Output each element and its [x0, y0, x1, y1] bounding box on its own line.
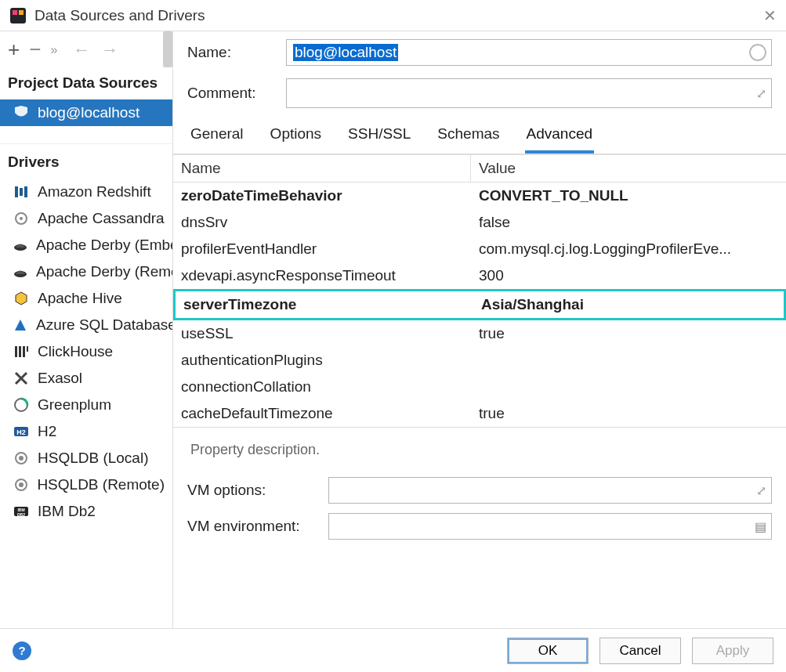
column-header-value[interactable]: Value [471, 155, 786, 182]
tab-sshssl[interactable]: SSH/SSL [346, 121, 412, 154]
name-input[interactable]: blog@localhost [286, 39, 772, 66]
close-icon[interactable]: ✕ [763, 6, 777, 25]
driver-item[interactable]: HSQLDB (Local) [0, 445, 172, 471]
datasource-item[interactable]: blog@localhost [0, 99, 172, 126]
cassandra-icon [13, 210, 30, 227]
property-name: profilerEventHandler [173, 236, 471, 262]
driver-item[interactable]: Amazon Redshift [0, 179, 172, 205]
driver-item[interactable]: IBMDB2IBM Db2 [0, 498, 172, 525]
property-name: dnsSrv [173, 209, 471, 236]
driver-label: Apache Derby (Embedded) [36, 237, 172, 254]
driver-label: H2 [38, 423, 56, 440]
property-value[interactable]: false [471, 209, 786, 236]
driver-item[interactable]: ClickHouse [0, 338, 172, 365]
expand-icon[interactable]: ⤢ [756, 86, 766, 101]
property-row[interactable]: xdevapi.asyncResponseTimeout300 [173, 262, 786, 289]
azure-icon [13, 316, 28, 334]
svg-rect-10 [15, 346, 17, 357]
add-icon[interactable]: + [8, 38, 20, 62]
apply-button[interactable]: Apply [692, 638, 773, 664]
vm-options-field[interactable] [335, 482, 756, 499]
comment-label: Comment: [187, 85, 273, 102]
property-row[interactable]: dnsSrvfalse [173, 209, 786, 236]
comment-input[interactable]: ⤢ [286, 78, 772, 108]
property-value[interactable] [471, 374, 786, 400]
driver-label: HSQLDB (Remote) [37, 476, 165, 493]
ok-button[interactable]: OK [507, 638, 589, 664]
tab-options[interactable]: Options [269, 121, 323, 154]
driver-item[interactable]: Greenplum [0, 392, 172, 418]
driver-label: Greenplum [38, 396, 111, 414]
driver-item[interactable]: Apache Cassandra [0, 205, 172, 232]
driver-label: Amazon Redshift [38, 183, 151, 201]
vm-env-label: VM environment: [187, 518, 321, 535]
mysql-icon [13, 104, 30, 121]
driver-item[interactable]: HSQLDB (Remote) [0, 471, 172, 498]
remove-icon[interactable]: − [29, 38, 41, 62]
section-drivers: Drivers [0, 149, 172, 179]
exasol-icon [13, 370, 30, 387]
svg-point-7 [20, 217, 23, 220]
driver-item[interactable]: Azure SQL Database [0, 312, 172, 338]
property-name: xdevapi.asyncResponseTimeout [173, 262, 471, 289]
vm-env-field[interactable] [335, 518, 755, 535]
tab-general[interactable]: General [189, 121, 245, 154]
property-value[interactable] [471, 347, 786, 374]
cancel-button[interactable]: Cancel [599, 638, 681, 664]
comment-input-field[interactable] [293, 85, 756, 102]
driver-label: IBM Db2 [38, 503, 96, 520]
driver-item[interactable]: Apache Derby (Remote) [0, 258, 172, 285]
property-value[interactable]: CONVERT_TO_NULL [471, 182, 786, 209]
property-value[interactable]: true [471, 400, 786, 427]
svg-rect-11 [19, 346, 21, 357]
clickhouse-icon [13, 343, 30, 360]
property-row[interactable]: useSSLtrue [173, 320, 786, 347]
property-name: serverTimezone [176, 291, 473, 318]
name-label: Name: [187, 44, 273, 61]
property-value[interactable]: Asia/Shanghai [473, 291, 784, 318]
svg-rect-1 [13, 10, 17, 15]
property-name: cacheDefaultTimezone [173, 400, 471, 427]
color-picker-icon[interactable] [749, 44, 766, 61]
vm-env-input[interactable]: ▤ [328, 513, 772, 540]
back-icon[interactable]: ← [73, 40, 90, 60]
titlebar: Data Sources and Drivers ✕ [0, 0, 786, 31]
driver-item[interactable]: Apache Derby (Embedded) [0, 232, 172, 258]
vm-options-label: VM options: [187, 482, 321, 499]
driver-label: Apache Derby (Remote) [36, 263, 172, 280]
property-value[interactable]: true [471, 320, 786, 347]
help-icon[interactable]: ? [13, 641, 31, 660]
expand-icon[interactable]: ⤢ [756, 483, 766, 498]
property-value[interactable]: 300 [471, 262, 786, 289]
driver-item[interactable]: Exasol [0, 365, 172, 392]
property-value[interactable]: com.mysql.cj.log.LoggingProfilerEve... [471, 236, 786, 262]
property-row[interactable]: serverTimezoneAsia/Shanghai [173, 289, 786, 320]
property-row[interactable]: profilerEventHandlercom.mysql.cj.log.Log… [173, 236, 786, 262]
driver-label: Apache Cassandra [38, 210, 165, 227]
redshift-icon [13, 183, 30, 201]
svg-point-20 [19, 482, 24, 487]
property-row[interactable]: zeroDateTimeBehaviorCONVERT_TO_NULL [173, 182, 786, 209]
tab-schemas[interactable]: Schemas [436, 121, 501, 154]
properties-table: Name Value zeroDateTimeBehaviorCONVERT_T… [173, 154, 786, 427]
forward-icon[interactable]: → [101, 40, 118, 60]
list-edit-icon[interactable]: ▤ [755, 519, 766, 534]
sidebar-scrollbar[interactable] [163, 31, 172, 67]
sidebar: + − » ← → Project Data Sources blog@loca… [0, 31, 173, 628]
vm-options-input[interactable]: ⤢ [328, 477, 772, 504]
driver-item[interactable]: H2H2 [0, 418, 172, 445]
hive-icon [13, 290, 30, 307]
column-header-name[interactable]: Name [173, 155, 471, 182]
datasource-label: blog@localhost [38, 104, 139, 121]
hsqldb-icon [13, 476, 29, 493]
property-row[interactable]: cacheDefaultTimezonetrue [173, 400, 786, 427]
driver-item[interactable]: Apache Hive [0, 285, 172, 312]
tab-advanced[interactable]: Advanced [525, 121, 595, 154]
svg-text:H2: H2 [16, 428, 26, 436]
driver-label: Apache Hive [38, 290, 122, 307]
more-icon[interactable]: » [50, 43, 59, 57]
svg-rect-3 [15, 186, 18, 197]
main-panel: Name: blog@localhost Comment: ⤢ GeneralO… [173, 31, 786, 628]
property-row[interactable]: authenticationPlugins [173, 347, 786, 374]
property-row[interactable]: connectionCollation [173, 374, 786, 400]
